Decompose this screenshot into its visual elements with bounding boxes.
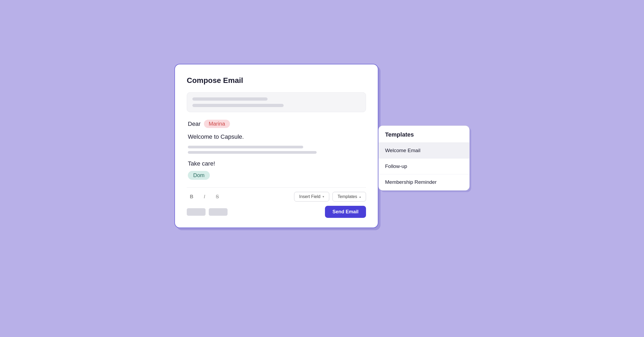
strikethrough-button[interactable]: S [213, 192, 222, 202]
dear-line: Dear Marina [188, 120, 365, 128]
compose-title: Compose Email [187, 76, 366, 85]
template-item-label: Follow-up [385, 163, 407, 169]
insert-field-label: Insert Field [299, 194, 320, 199]
templates-chevron-icon: ▴ [359, 195, 361, 199]
bottom-row: Send Email [187, 206, 366, 218]
templates-toggle-button[interactable]: Templates ▴ [332, 192, 366, 202]
email-body: Dear Marina Welcome to Capsule. Take car… [187, 120, 366, 180]
template-item-followup[interactable]: Follow-up [379, 159, 469, 174]
templates-dropdown: Templates Welcome Email Follow-up Member… [378, 126, 470, 191]
bottom-placeholder-2 [209, 208, 228, 216]
welcome-text: Welcome to Capsule. [188, 133, 365, 140]
dear-label: Dear [188, 120, 201, 127]
templates-header: Templates [379, 126, 469, 143]
strikethrough-icon: S [216, 194, 219, 200]
body-line-1 [188, 146, 303, 148]
template-item-membership[interactable]: Membership Reminder [379, 174, 469, 190]
template-item-label: Welcome Email [385, 148, 420, 153]
template-item-welcome[interactable]: Welcome Email [379, 143, 469, 159]
sender-name-tag[interactable]: Dom [188, 171, 210, 180]
italic-icon: I [204, 194, 205, 200]
bold-icon: B [190, 194, 193, 200]
templates-button-label: Templates [338, 194, 357, 199]
compose-email-card: Compose Email Dear Marina Welcome to Cap… [174, 64, 378, 228]
email-header-fields [187, 92, 366, 112]
templates-title: Templates [385, 131, 463, 138]
body-placeholder-lines [188, 146, 365, 154]
recipient-name-tag[interactable]: Marina [204, 120, 230, 128]
bottom-placeholder-1 [187, 208, 206, 216]
insert-field-button[interactable]: Insert Field ▾ [294, 192, 329, 202]
to-field-placeholder [192, 97, 268, 101]
insert-field-chevron-icon: ▾ [323, 195, 324, 199]
template-item-label: Membership Reminder [385, 179, 437, 185]
body-line-2 [188, 151, 317, 154]
subject-field-placeholder [192, 104, 284, 107]
italic-button[interactable]: I [200, 192, 209, 202]
take-care-text: Take care! [188, 160, 365, 167]
send-email-button[interactable]: Send Email [325, 206, 366, 218]
email-toolbar: B I S Insert Field ▾ Templates ▴ [187, 187, 366, 202]
bold-button[interactable]: B [187, 192, 196, 202]
